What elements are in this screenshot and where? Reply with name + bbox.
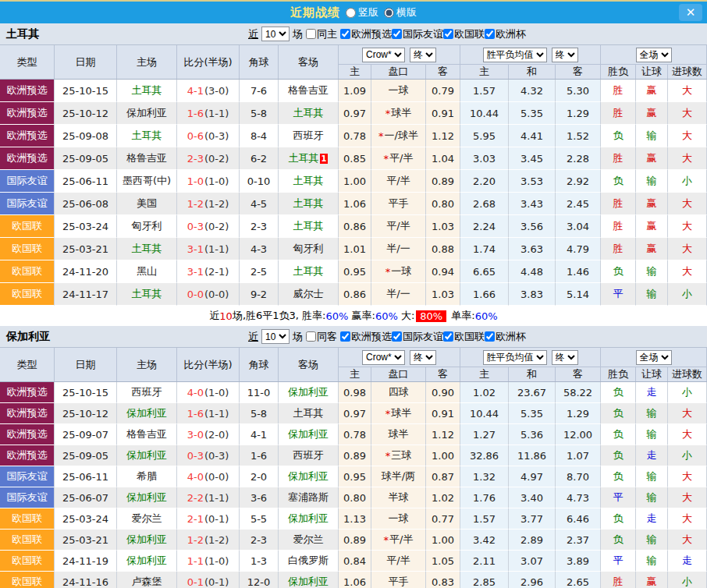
- away-team: 保加利亚: [279, 466, 339, 487]
- match-row: 欧国联 24-11-16 卢森堡 0-1 (0-1) 12-0 保加利亚 1.0…: [0, 572, 707, 588]
- halftime-score: (0-2): [204, 153, 229, 165]
- layout-option-horizontal[interactable]: 横版: [384, 5, 417, 19]
- home-team: 希腊: [117, 466, 177, 487]
- match-count-select[interactable]: 10: [261, 27, 290, 41]
- odds-source-select[interactable]: Crow*: [362, 48, 405, 62]
- subheader-letgoal: 让球: [636, 64, 668, 79]
- league-filter[interactable]: 欧国联: [443, 27, 485, 41]
- corner-count: 7-6: [240, 80, 279, 102]
- subheader-odds-away: 客: [426, 367, 460, 381]
- result-handicap: 赢: [636, 80, 668, 102]
- league-checkbox[interactable]: [340, 331, 350, 342]
- result-wdl: 胜: [601, 238, 636, 260]
- score-cell: 3-0 (2-0): [177, 424, 240, 445]
- vertical-radio[interactable]: [346, 8, 356, 18]
- away-odds: 1.03: [426, 215, 460, 238]
- home-odds: 1.06: [339, 572, 371, 588]
- away-team-name: 爱尔兰: [293, 533, 324, 547]
- odds-final-select[interactable]: 终: [410, 48, 436, 62]
- handicap-text: 半/一: [386, 242, 410, 256]
- score-cell: 1-6 (1-1): [177, 102, 240, 125]
- mean-home: 1.57: [460, 508, 509, 530]
- score-cell: 3-1 (2-1): [177, 260, 240, 283]
- league-checkbox[interactable]: [340, 29, 350, 39]
- recent-link[interactable]: 近: [248, 27, 258, 41]
- league-filters: 欧洲预选 国际友谊 欧国联 欧洲杯: [340, 27, 526, 41]
- same-venue-filter[interactable]: 同客: [306, 330, 337, 344]
- mean-home: 1.32: [460, 466, 509, 487]
- handicap-text: 一球: [389, 83, 409, 97]
- match-date: 25-10-15: [55, 80, 117, 102]
- result-goals: 大: [668, 530, 707, 551]
- away-team: 塞浦路斯: [279, 487, 339, 508]
- subheader-wdl: 胜负: [601, 367, 636, 381]
- home-odds: 0.97: [339, 403, 371, 424]
- match-count-select[interactable]: 10: [261, 329, 290, 344]
- mean-final-select[interactable]: 终: [552, 350, 578, 365]
- recent-link[interactable]: 近: [248, 330, 258, 344]
- col-header-date: 日期: [55, 45, 117, 79]
- mean-source-select[interactable]: 胜平负均值: [483, 48, 547, 62]
- same-venue-checkbox[interactable]: [306, 29, 316, 39]
- same-venue-checkbox[interactable]: [306, 331, 316, 342]
- score-cell: 0-1 (0-1): [177, 572, 240, 588]
- mean-draw: 3.56: [509, 215, 556, 238]
- horizontal-radio[interactable]: [384, 8, 394, 18]
- league-checkbox[interactable]: [485, 29, 495, 39]
- match-row: 欧洲预选 25-09-08 土耳其 0-6 (0-3) 8-4 西班牙 0.78…: [0, 125, 707, 147]
- league-checkbox[interactable]: [392, 331, 402, 342]
- filter-bar: 近 10 场 同主 欧洲预选 国际友谊 欧国联 欧洲杯: [248, 27, 526, 41]
- corner-count: 9-2: [240, 283, 279, 306]
- mean-draw: 11.86: [509, 445, 556, 466]
- scope-select[interactable]: 全场: [636, 350, 672, 365]
- competition-badge: 欧洲预选: [0, 147, 55, 170]
- league-filter[interactable]: 国际友谊: [392, 330, 443, 344]
- subheader-odds-home: 主: [339, 367, 371, 381]
- league-filter[interactable]: 国际友谊: [392, 27, 443, 41]
- mean-away: 2.92: [556, 170, 601, 193]
- odds-final-select[interactable]: 终: [410, 350, 436, 365]
- mean-final-select[interactable]: 终: [552, 48, 578, 62]
- col-header-away: 客场: [279, 348, 339, 381]
- scope-group-header: 全场: [601, 348, 707, 367]
- summary-segment: 大:: [398, 309, 415, 323]
- score-cell: 2-1 (0-1): [177, 508, 240, 530]
- scope-group-header: 全场: [601, 45, 707, 64]
- mean-away: 8.70: [556, 466, 601, 487]
- league-checkbox[interactable]: [443, 29, 453, 39]
- league-checkbox[interactable]: [392, 29, 402, 39]
- league-filter[interactable]: 欧洲预选: [340, 330, 392, 344]
- same-venue-filter[interactable]: 同主: [306, 27, 337, 41]
- away-team-name: 土耳其: [293, 106, 324, 120]
- match-date: 25-09-05: [55, 147, 117, 170]
- subheader-goals: 进球数: [668, 64, 707, 79]
- summary-bar: 近 10 场,胜6平1负3, 胜率: 60% 赢率: 60% 大: 80% 单率…: [0, 306, 707, 326]
- league-filter[interactable]: 欧洲杯: [485, 27, 526, 41]
- home-team: 保加利亚: [117, 445, 177, 466]
- league-filter[interactable]: 欧洲杯: [485, 330, 526, 344]
- summary-segment: 场,胜6平1负3, 胜率:: [233, 309, 326, 323]
- odds-source-select[interactable]: Crow*: [362, 350, 405, 365]
- scope-select[interactable]: 全场: [636, 48, 672, 62]
- league-filter[interactable]: 欧洲预选: [340, 27, 392, 41]
- home-team: 西班牙: [117, 382, 177, 403]
- league-checkbox[interactable]: [485, 331, 495, 342]
- mean-source-select[interactable]: 胜平负均值: [483, 350, 547, 365]
- away-odds: 0.89: [426, 170, 460, 193]
- mean-draw: 3.40: [509, 487, 556, 508]
- league-label: 欧洲预选: [351, 330, 392, 344]
- result-goals: 大: [668, 487, 707, 508]
- fulltime-score: 2-2: [187, 492, 204, 504]
- same-venue-label: 同客: [317, 330, 337, 344]
- mean-group-header: 胜平负均值 终: [460, 348, 601, 367]
- layout-option-vertical[interactable]: 竖版: [346, 5, 378, 19]
- match-row: 欧国联 25-03-24 爱尔兰 2-1 (0-1) 5-5 保加利亚 1.13…: [0, 508, 707, 530]
- league-filter[interactable]: 欧国联: [443, 330, 485, 344]
- result-handicap: 赢: [636, 102, 668, 125]
- league-checkbox[interactable]: [443, 331, 453, 342]
- halftime-score: (1-1): [204, 408, 229, 420]
- corner-count: 2-3: [240, 530, 279, 551]
- close-button[interactable]: ✕: [679, 4, 702, 21]
- score-cell: 4-1 (3-0): [177, 80, 240, 102]
- subheader-goals: 进球数: [668, 367, 707, 381]
